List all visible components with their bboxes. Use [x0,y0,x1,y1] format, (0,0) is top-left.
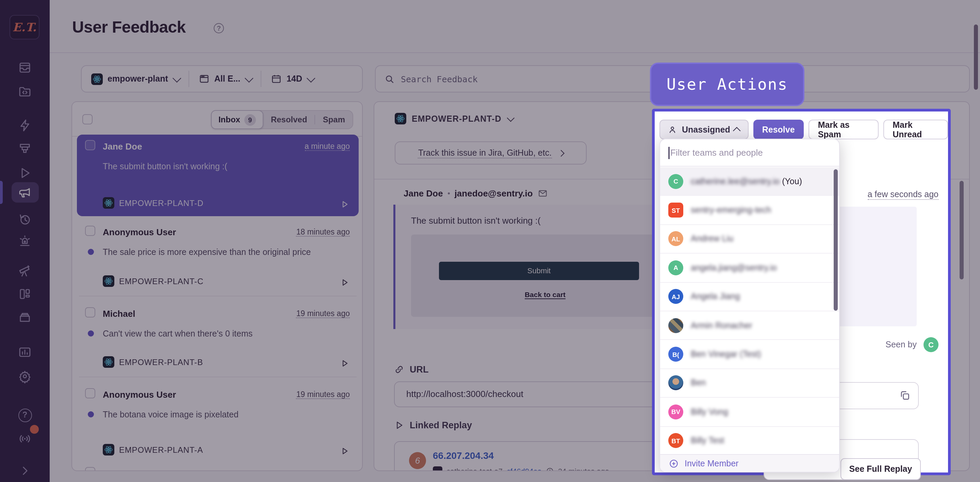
invite-member-label: Invite Member [685,458,738,468]
assignee-option[interactable]: AJAngela Jiang [660,282,839,311]
action-buttons-row: Unassigned Resolve Mark as Spam Mark Unr… [659,120,948,140]
copy-icon[interactable] [899,390,911,401]
assignee-option[interactable]: Armin Ronacher [660,311,839,340]
member-avatar: ST [668,203,683,217]
mark-as-spam-button[interactable]: Mark as Spam [808,120,878,140]
member-avatar: BT [668,433,683,448]
text-caret [668,147,669,159]
member-name: Ben Vinegar (Test) [691,349,761,359]
assignee-filter-placeholder: Filter teams and people [670,147,763,158]
circle-plus-icon [669,458,679,468]
see-full-replay-button[interactable]: See Full Replay [840,458,921,480]
member-avatar: AJ [668,289,683,304]
member-name: Armin Ronacher [691,320,752,330]
assignee-option[interactable]: Ccatherine.lee@sentry.io (You) [660,167,839,196]
member-avatar: A [668,260,683,275]
assignee-dropdown-menu: Filter teams and people Ccatherine.lee@s… [659,139,840,472]
page-scrollbar[interactable] [974,24,978,90]
member-name: catherine.lee@sentry.io (You) [691,176,802,186]
mark-unread-button[interactable]: Mark Unread [883,120,948,140]
member-photo-avatar [668,376,683,390]
assignee-option[interactable]: ALAndrew Liu [660,225,839,254]
chevron-up-icon [733,127,741,135]
member-name: Billy Test [691,436,724,445]
member-photo-avatar [668,318,683,333]
member-name: sentry-emerging-tech [691,205,771,215]
member-avatar: C [668,174,683,189]
tour-step-label: User Actions [650,63,804,106]
member-avatar: B( [668,347,683,362]
dropdown-scrollbar[interactable] [834,169,838,311]
member-name: Billy Vong [691,407,728,417]
assignee-option[interactable]: Ben [660,369,839,398]
user-actions-popup: a few seconds ago Seen by C See Full Rep… [652,109,951,475]
member-avatar: BV [668,404,683,419]
assignee-option[interactable]: B(Ben Vinegar (Test) [660,340,839,369]
assignee-option[interactable]: BVBilly Vong [660,398,839,427]
seen-by-avatar: C [924,337,939,352]
invite-member-button[interactable]: Invite Member [660,454,839,472]
person-icon [668,125,677,134]
member-name: Andrew Liu [691,234,733,244]
seen-by-row: Seen by C [885,337,939,352]
member-avatar: AL [668,231,683,246]
seen-by-label: Seen by [885,340,917,349]
member-name: Angela Jiang [691,292,740,301]
assignee-filter-input[interactable]: Filter teams and people [660,140,839,166]
app-window: E.T. ? User Feedback ? empower-plant All… [0,0,980,482]
member-name: angela.jiang@sentry.io [691,263,777,273]
member-name: Ben [691,378,706,388]
assignee-option[interactable]: STsentry-emerging-tech [660,196,839,225]
assignee-option[interactable]: Aangela.jiang@sentry.io [660,254,839,282]
assignee-label: Unassigned [682,125,730,134]
resolve-button[interactable]: Resolve [753,120,804,140]
feedback-timestamp[interactable]: a few seconds ago [868,190,939,200]
assignee-dropdown-button[interactable]: Unassigned [659,120,749,140]
assignee-option[interactable]: BTBilly Test [660,427,839,455]
